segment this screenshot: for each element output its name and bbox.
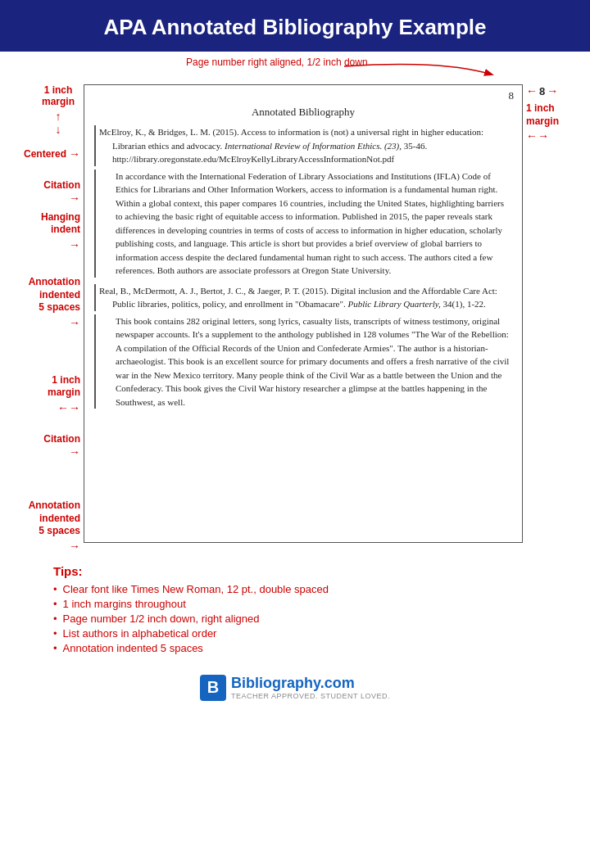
citation-1-bracket: McElroy, K., & Bridges, L. M. (2015). Ac… [94,125,512,166]
citation-1-text: McElroy, K., & Bridges, L. M. (2015). Ac… [99,125,512,166]
doc-page-number: 8 [509,89,515,102]
annotation-block-2: This book contains 282 original letters,… [94,314,512,409]
top-margin-annotation: 1 inch margin ↑ ↓ [36,84,80,136]
doc-with-labels-row: 1 inch margin ↑ ↓ Centered → Citation → [8,84,582,553]
annotation-block-1: In accordance with the International Fed… [94,170,512,278]
doc-page-number-row: 8 [84,85,522,102]
page-title: APA Annotated Bibliography Example [16,15,574,40]
tip-item-4: List authors in alphabetical order [53,627,557,640]
annotation-indented-label-1: Annotationindented5 spaces → [11,276,80,329]
logo-tagline: TEACHER APPROVED. STUDENT LOVED. [231,692,390,700]
right-margin-arrow-left: ← [526,129,538,142]
citation-block-2: Real, B., McDermott, A. J., Bertot, J. C… [94,284,512,311]
right-margin-annotation: 1 inchmargin ← → [526,102,579,142]
citation-2-bracket: Real, B., McDermott, A. J., Bertot, J. C… [94,284,512,311]
doc-content: McElroy, K., & Bridges, L. M. (2015). Ac… [84,125,522,422]
tip-item-1: Clear font like Times New Roman, 12 pt.,… [53,583,557,595]
page-num-right-arrow: ← 8 → [526,84,579,97]
right-margin-arrow-right: → [538,129,549,142]
doc-title: Annotated Bibliography [252,106,355,118]
tips-list: Clear font like Times New Roman, 12 pt.,… [53,583,557,654]
doc-title-row: Annotated Bibliography [84,102,522,125]
annotation-1-text: In accordance with the International Fed… [99,170,512,278]
footer: B Bibliography.com TEACHER APPROVED. STU… [8,665,582,712]
right-labels-col: ← 8 → 1 inchmargin ← → [523,84,579,142]
citation-block-1: McElroy, K., & Bridges, L. M. (2015). Ac… [94,125,512,166]
tip-item-5: Annotation indented 5 spaces [53,642,557,654]
hanging-indent-arrow: → [69,238,80,251]
page-number-label: Page number right aligned, 1/2 inch down [186,57,367,68]
centered-arrow: → [69,147,80,160]
citation-arrow-1: → [69,192,80,205]
centered-annotation: Centered → [11,147,80,160]
tip-item-2: 1 inch margins throughout [53,598,557,610]
top-margin-label: 1 inch margin [42,84,75,108]
tips-section: Tips: Clear font like Times New Roman, 1… [8,553,582,665]
hanging-indent-annotation: Hangingindent → [11,211,80,251]
left-labels-col: 1 inch margin ↑ ↓ Centered → Citation → [11,84,84,553]
top-margin-arrow: ↑ ↓ [56,110,61,136]
annotation-indented-label-2: Annotationindented5 spaces → [11,500,80,553]
tips-title: Tips: [53,564,557,578]
annotation-indented-arrow-1: → [69,316,80,329]
main-content: Page number right aligned, 1/2 inch down… [0,52,590,712]
page-header: APA Annotated Bibliography Example [0,0,590,52]
centered-label: Centered [24,148,66,160]
citation-arrow-2: → [69,445,80,459]
logo-icon: B [200,675,226,701]
left-margin-arrow-left: ← [57,401,69,414]
footer-logo: B Bibliography.com TEACHER APPROVED. STU… [200,675,390,701]
annotation-indented-arrow-2: → [69,540,80,553]
left-margin-arrow-right: → [69,401,80,414]
document-body: 8 Annotated Bibliography McElroy, K., & … [84,84,523,543]
tip-item-3: Page number 1/2 inch down, right aligned [53,613,557,625]
citation-label-2: Citation → [11,432,80,459]
citation-label-1: Citation → [11,179,80,205]
logo-name: Bibliography.com [231,675,390,692]
left-margin-annotation: 1 inchmargin ← → [11,374,80,414]
citation-2-text: Real, B., McDermott, A. J., Bertot, J. C… [99,284,512,311]
page-number-annotation-row: Page number right aligned, 1/2 inch down [8,52,582,84]
annotation-2-text: This book contains 282 original letters,… [99,314,512,409]
